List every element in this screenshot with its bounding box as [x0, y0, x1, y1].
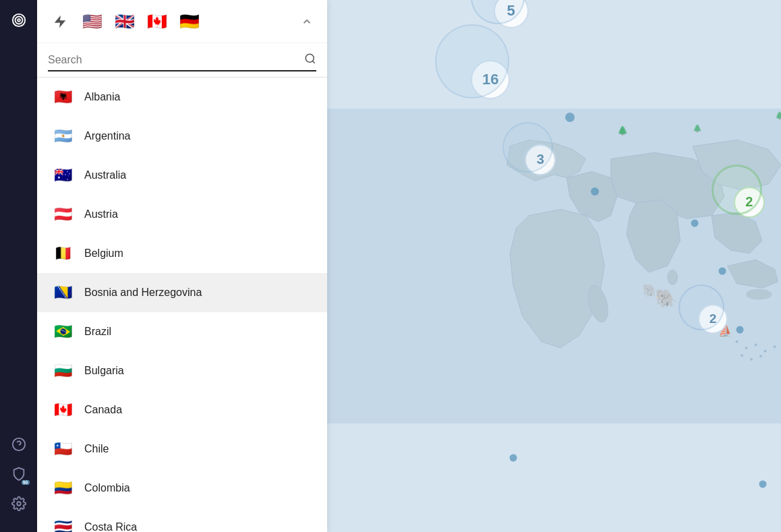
country-name-belgium: Belgium: [84, 247, 123, 260]
country-item-colombia[interactable]: 🇨🇴Colombia: [37, 469, 327, 508]
country-flag-austria: 🇦🇹: [51, 202, 75, 227]
marker-5[interactable]: 5: [494, 0, 529, 28]
country-flag-belgium: 🇧🇪: [51, 241, 75, 266]
country-flag-chile: 🇨🇱: [51, 437, 75, 461]
country-item-albania[interactable]: 🇦🇱Albania: [37, 78, 327, 117]
marker-2-blue[interactable]: 2: [698, 304, 728, 334]
country-name-austria: Austria: [84, 208, 118, 220]
svg-text:🌲: 🌲: [775, 111, 781, 120]
marker-dot-7: [759, 480, 767, 487]
svg-marker-6: [55, 15, 66, 27]
world-map: 🐘 🐘 ⛵ 🌲 🌲 🌲: [327, 0, 781, 532]
svg-point-7: [306, 54, 314, 62]
country-flag-bosnia: 🇧🇦: [51, 280, 75, 305]
lightning-icon[interactable]: [48, 9, 72, 34]
marker-3[interactable]: 3: [525, 144, 556, 175]
country-item-chile[interactable]: 🇨🇱Chile: [37, 430, 327, 469]
country-item-belgium[interactable]: 🇧🇪Belgium: [37, 234, 327, 273]
country-item-bosnia[interactable]: 🇧🇦Bosnia and Herzegovina: [37, 273, 327, 312]
country-item-brazil[interactable]: 🇧🇷Brazil: [37, 312, 327, 351]
marker-16[interactable]: 16: [471, 60, 510, 99]
country-flag-argentina: 🇦🇷: [51, 124, 75, 148]
svg-point-19: [736, 341, 739, 343]
help-icon[interactable]: [7, 432, 31, 456]
country-flag-australia: 🇦🇺: [51, 163, 75, 187]
country-flag-canada: 🇨🇦: [51, 398, 75, 422]
flag-bar: 🇺🇸 🇬🇧 🇨🇦 🇩🇪: [37, 0, 327, 43]
target-icon[interactable]: [7, 8, 31, 32]
country-item-bulgaria[interactable]: 🇧🇬Bulgaria: [37, 351, 327, 390]
country-name-bosnia: Bosnia and Herzegovina: [84, 287, 202, 299]
country-name-argentina: Argentina: [84, 130, 131, 142]
svg-line-8: [312, 61, 314, 63]
flag-de-item[interactable]: 🇩🇪: [177, 9, 202, 34]
marker-dot-4: [718, 268, 726, 275]
country-panel: 🇺🇸 🇬🇧 🇨🇦 🇩🇪 🇦🇱Albania🇦🇷Argentina🇦🇺Austra…: [37, 0, 327, 532]
country-name-albania: Albania: [84, 91, 120, 103]
country-name-australia: Australia: [84, 169, 126, 181]
svg-point-25: [750, 358, 753, 361]
country-flag-albania: 🇦🇱: [51, 85, 75, 109]
country-item-argentina[interactable]: 🇦🇷Argentina: [37, 117, 327, 156]
country-item-australia[interactable]: 🇦🇺Australia: [37, 156, 327, 195]
country-name-brazil: Brazil: [84, 326, 111, 338]
svg-point-23: [774, 345, 776, 348]
country-flag-colombia: 🇨🇴: [51, 476, 75, 500]
settings-icon[interactable]: [7, 492, 31, 516]
country-name-bulgaria: Bulgaria: [84, 365, 124, 377]
map-area: 🐘 🐘 ⛵ 🌲 🌲 🌲 5 16 3: [327, 0, 781, 532]
icon-bar: 90: [0, 0, 37, 532]
country-name-costa-rica: Costa Rica: [84, 521, 137, 532]
svg-point-21: [755, 343, 757, 346]
search-area: [37, 43, 327, 78]
country-name-chile: Chile: [84, 443, 109, 455]
marker-dot-1: [565, 113, 575, 122]
flag-us-item[interactable]: 🇺🇸: [80, 9, 105, 34]
country-flag-costa-rica: 🇨🇷: [51, 515, 75, 532]
country-flag-bulgaria: 🇧🇬: [51, 359, 75, 383]
marker-dot-3: [691, 220, 699, 227]
svg-point-20: [745, 347, 748, 349]
search-icon[interactable]: [304, 53, 316, 67]
country-flag-brazil: 🇧🇷: [51, 320, 75, 344]
marker-dot-2: [591, 187, 599, 196]
svg-text:🌲: 🌲: [693, 123, 702, 133]
shield-icon[interactable]: 90: [7, 462, 31, 486]
marker-2-green[interactable]: 2: [734, 187, 765, 218]
marker-dot-6: [509, 454, 517, 461]
country-item-canada[interactable]: 🇨🇦Canada: [37, 390, 327, 430]
svg-point-11: [747, 289, 772, 299]
svg-point-22: [764, 350, 767, 353]
search-input[interactable]: [48, 54, 300, 66]
svg-text:🐘: 🐘: [642, 283, 658, 298]
country-name-colombia: Colombia: [84, 482, 130, 494]
country-list: 🇦🇱Albania🇦🇷Argentina🇦🇺Australia🇦🇹Austria…: [37, 78, 327, 532]
svg-point-1: [15, 17, 22, 24]
svg-text:🌲: 🌲: [617, 125, 629, 136]
svg-point-10: [668, 270, 678, 285]
country-item-austria[interactable]: 🇦🇹Austria: [37, 195, 327, 234]
collapse-button[interactable]: [297, 12, 316, 31]
country-item-costa-rica[interactable]: 🇨🇷Costa Rica: [37, 508, 327, 532]
country-name-canada: Canada: [84, 404, 122, 416]
svg-point-24: [741, 354, 743, 357]
svg-point-5: [17, 502, 21, 506]
marker-dot-5: [736, 326, 744, 334]
svg-point-2: [18, 19, 20, 22]
svg-text:🐘: 🐘: [655, 287, 677, 309]
flag-gb-item[interactable]: 🇬🇧: [113, 9, 137, 34]
flag-ca-item[interactable]: 🇨🇦: [145, 9, 169, 34]
svg-point-26: [759, 355, 762, 357]
search-bar: [48, 53, 316, 71]
